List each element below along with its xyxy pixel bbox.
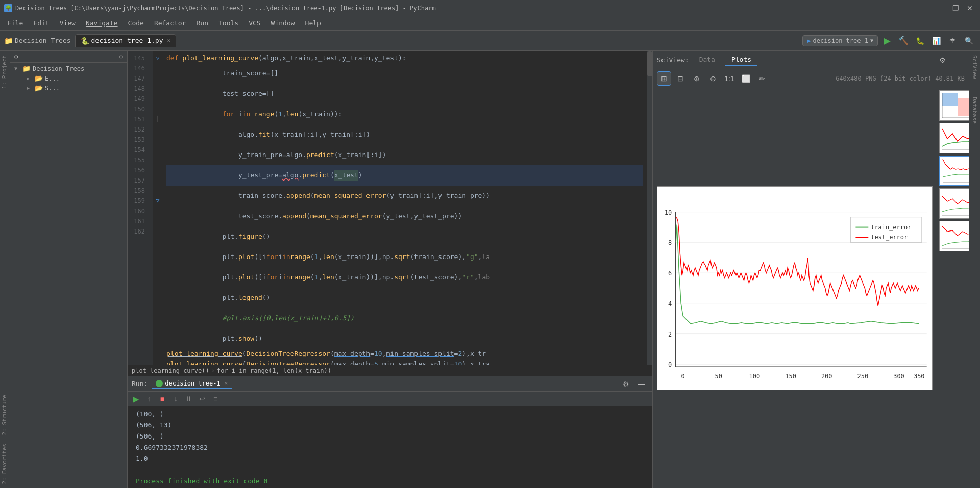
svg-rect-39 bbox=[940, 221, 969, 251]
zoom-out-button[interactable]: ⊖ bbox=[706, 71, 720, 86]
scroll-track[interactable] bbox=[647, 51, 652, 365]
scroll-down-button[interactable]: ↓ bbox=[169, 393, 182, 405]
maximize-button[interactable]: ❐ bbox=[949, 2, 962, 14]
svg-text:6: 6 bbox=[668, 270, 672, 277]
panel-header-actions: — ⚙ bbox=[114, 53, 123, 60]
search-everywhere-button[interactable]: 🔍 bbox=[962, 34, 976, 48]
debug-button[interactable]: 🐛 bbox=[913, 34, 927, 48]
edit-button[interactable]: ✏ bbox=[755, 71, 769, 86]
minimize-button[interactable]: — bbox=[935, 2, 947, 14]
fit-to-window-button[interactable]: ⊞ bbox=[657, 71, 671, 86]
breadcrumb-for[interactable]: for i in range(1, len(x_train)) bbox=[217, 367, 331, 374]
run-panel-settings[interactable]: ⚙ bbox=[619, 377, 633, 391]
fold-159[interactable]: ▽ bbox=[153, 196, 162, 206]
code-line-159: plt.show() bbox=[166, 328, 643, 349]
file-tab-close[interactable]: ✕ bbox=[167, 37, 170, 44]
svg-rect-35 bbox=[940, 157, 969, 185]
breadcrumb-func[interactable]: plot_learning_curve() bbox=[132, 367, 209, 374]
zoom-in-button[interactable]: ⊕ bbox=[690, 71, 704, 86]
svg-text:test_error: test_error bbox=[871, 234, 908, 241]
code-editor[interactable]: 145 146 147 148 149 150 151 152 153 154 … bbox=[128, 51, 652, 365]
close-button[interactable]: ✕ bbox=[964, 2, 976, 14]
run-config-button[interactable]: ▶ decision tree-1 ▼ bbox=[802, 35, 878, 46]
thumbnail-3[interactable]: ✕ 5 bbox=[939, 156, 969, 186]
tree-item-e[interactable]: ▶ 📂 E... bbox=[10, 73, 127, 83]
menu-navigate[interactable]: Navigate bbox=[81, 17, 123, 29]
thumbnail-5[interactable]: ✕ bbox=[939, 221, 969, 251]
database-sidebar-label[interactable]: Database bbox=[970, 93, 979, 128]
run-tab-close[interactable]: ✕ bbox=[225, 380, 228, 387]
svg-rect-33 bbox=[940, 123, 969, 153]
plot-container: 0 2 4 6 8 10 0 50 100 150 200 250 300 bbox=[657, 186, 933, 390]
file-tab-active[interactable]: 🐍 decision tree-1.py ✕ bbox=[75, 34, 177, 47]
copy-button[interactable]: ⬜ bbox=[739, 71, 753, 86]
run-panel-collapse[interactable]: — bbox=[634, 377, 648, 391]
sciview-tab-data[interactable]: Data bbox=[693, 54, 721, 66]
title-bar-left: 🌳 Decision Trees [C:\Users\yan-j\Pycharm… bbox=[4, 4, 436, 12]
actual-size-button[interactable]: 1:1 bbox=[722, 71, 737, 86]
scroll-up-button[interactable]: ↑ bbox=[143, 393, 155, 405]
thumbnail-2-svg bbox=[940, 123, 969, 153]
pause-button[interactable]: ⏸ bbox=[183, 393, 195, 405]
wrap-button[interactable]: ↩ bbox=[196, 393, 208, 405]
coverage-button[interactable]: ☂ bbox=[945, 34, 960, 48]
title-bar-controls[interactable]: — ❐ ✕ bbox=[935, 2, 976, 14]
scroll-thumb[interactable] bbox=[647, 51, 652, 76]
menu-view[interactable]: View bbox=[55, 17, 81, 29]
svg-text:150: 150 bbox=[785, 373, 796, 380]
sciview-collapse-button[interactable]: — bbox=[950, 53, 965, 67]
sciview-sidebar-label[interactable]: SciView bbox=[970, 51, 979, 83]
fold-145[interactable]: ▽ bbox=[153, 53, 162, 63]
project-panel-label[interactable]: 1: Project bbox=[0, 51, 10, 93]
menu-tools[interactable]: Tools bbox=[213, 17, 243, 29]
run-config-area: ▶ decision tree-1 ▼ ▶ 🔨 🐛 📊 ☂ 🔍 bbox=[802, 34, 976, 48]
fold-151[interactable]: │ bbox=[153, 114, 162, 124]
fold-markers-col: ▽ │ ▽ bbox=[153, 51, 162, 365]
favorites-panel-label[interactable]: 2: Favorites bbox=[0, 440, 10, 488]
thumbnail-1[interactable]: ✕ bbox=[939, 90, 969, 121]
title-bar-text: Decision Trees [C:\Users\yan-j\PycharmPr… bbox=[15, 5, 436, 12]
rerun-button[interactable]: ▶ bbox=[130, 393, 142, 405]
code-line-147: test_score = [] bbox=[166, 84, 643, 104]
run-tab-active[interactable]: decision tree-1 ✕ bbox=[152, 379, 232, 389]
svg-text:8: 8 bbox=[668, 239, 672, 246]
menu-window[interactable]: Window bbox=[266, 17, 300, 29]
menu-code[interactable]: Code bbox=[123, 17, 149, 29]
run-button[interactable]: ▶ bbox=[880, 34, 894, 48]
tree-label-e: E... bbox=[45, 75, 60, 82]
thumbnail-4[interactable]: ✕ bbox=[939, 188, 969, 219]
run-output-1: (100, ) bbox=[136, 408, 644, 420]
grid-button[interactable]: ⊟ bbox=[673, 71, 688, 86]
svg-rect-30 bbox=[958, 98, 969, 116]
thumbnail-5-svg bbox=[940, 221, 969, 251]
sciview-settings-button[interactable]: ⚙ bbox=[935, 53, 949, 67]
project-name: Decision Trees bbox=[15, 37, 71, 44]
menu-vcs[interactable]: VCS bbox=[243, 17, 265, 29]
project-label: 📁 Decision Trees bbox=[4, 37, 71, 45]
thumbnail-2[interactable]: ✕ bbox=[939, 123, 969, 153]
menu-help[interactable]: Help bbox=[300, 17, 326, 29]
tree-item-s[interactable]: ▶ 📂 S... bbox=[10, 83, 127, 93]
panel-settings-icon[interactable]: ⚙ bbox=[119, 53, 123, 60]
menu-run[interactable]: Run bbox=[191, 17, 213, 29]
build-button[interactable]: 🔨 bbox=[896, 34, 911, 48]
code-content[interactable]: def plot_learning_curve(algo,x_train,x_t… bbox=[162, 51, 647, 365]
tree-icon-s: 📂 bbox=[35, 84, 43, 92]
tree-icon-root: 📁 bbox=[22, 65, 31, 72]
menu-edit[interactable]: Edit bbox=[28, 17, 54, 29]
menu-refactor[interactable]: Refactor bbox=[149, 17, 191, 29]
run-output-3: (506, ) bbox=[136, 431, 644, 442]
svg-text:0: 0 bbox=[668, 361, 672, 368]
menu-file[interactable]: File bbox=[2, 17, 28, 29]
right-sidebar: SciView Database bbox=[969, 51, 980, 488]
structure-panel-label[interactable]: 2: Structure bbox=[0, 391, 10, 439]
panel-collapse-icon[interactable]: — bbox=[114, 53, 117, 60]
profile-button[interactable]: 📊 bbox=[929, 34, 943, 48]
sciview-tab-plots[interactable]: Plots bbox=[725, 54, 757, 66]
project-icon: 📁 bbox=[4, 37, 13, 45]
close-run-button[interactable]: ≡ bbox=[209, 393, 222, 405]
stop-button[interactable]: ■ bbox=[156, 393, 168, 405]
svg-text:300: 300 bbox=[893, 373, 904, 380]
tree-item-root[interactable]: ▼ 📁 Decision Trees bbox=[10, 64, 127, 73]
panel-gear-icon[interactable]: ⚙ bbox=[14, 53, 18, 60]
